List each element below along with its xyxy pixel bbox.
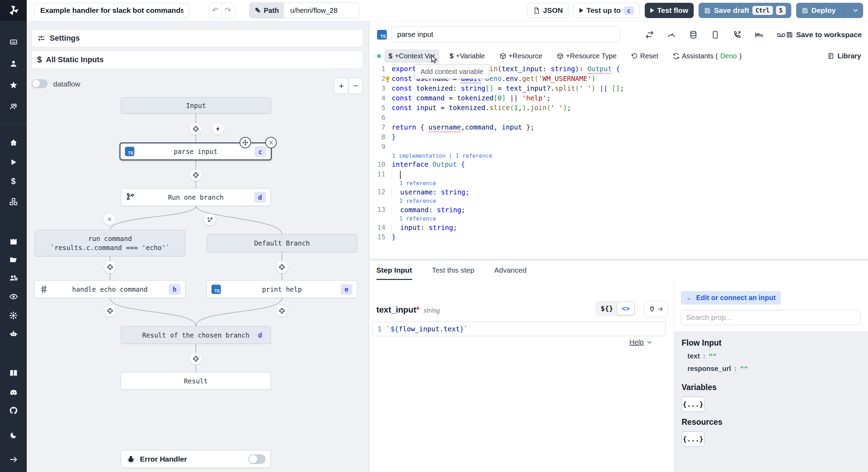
node-input[interactable]: Input — [121, 97, 271, 114]
groups-icon[interactable] — [9, 273, 18, 282]
cache-database-icon[interactable] — [689, 30, 698, 39]
apps-icon[interactable] — [9, 38, 18, 47]
codelens[interactable]: 1 reference — [369, 215, 868, 223]
path-button[interactable]: ✎ Path — [250, 3, 284, 18]
add-variable-button[interactable]: $ +Variable — [445, 49, 489, 63]
add-step-button[interactable] — [104, 261, 116, 273]
workers-icon[interactable] — [9, 329, 18, 338]
flow-title-input[interactable] — [34, 3, 189, 18]
dark-mode-moon-icon[interactable] — [9, 431, 18, 440]
library-button[interactable]: Library — [828, 52, 861, 60]
runs-icon[interactable] — [9, 158, 18, 167]
voicemail-icon[interactable] — [776, 30, 785, 39]
node-print-help[interactable]: TS print help e — [207, 280, 357, 298]
trigger-button[interactable] — [212, 123, 224, 135]
code-mode-button[interactable]: <> — [617, 302, 634, 315]
delete-step-button[interactable] — [265, 137, 277, 148]
code-line[interactable]: 11 — [369, 170, 868, 180]
prop-response-url[interactable]: response_url : "" — [687, 365, 748, 373]
add-step-button[interactable] — [190, 353, 202, 365]
move-step-button[interactable] — [240, 137, 251, 148]
mobile-icon[interactable] — [711, 30, 720, 39]
node-run-command-branch[interactable]: run command `results.c.command === 'echo… — [35, 230, 185, 256]
github-icon[interactable] — [9, 406, 18, 415]
sleep-bed-icon[interactable] — [754, 30, 763, 39]
code-line[interactable]: 12username: string; — [369, 188, 868, 198]
test-up-to-button[interactable]: Test up to c — [574, 3, 640, 18]
lightbulb-icon[interactable] — [385, 76, 391, 84]
node-result[interactable]: Result — [121, 372, 271, 390]
variables-object-button[interactable]: {...} — [682, 397, 704, 412]
codelens[interactable]: 1 implementation | 1 reference — [369, 152, 868, 160]
user-icon[interactable] — [9, 59, 18, 68]
resources-object-button[interactable]: {...} — [682, 431, 704, 447]
add-step-button[interactable] — [190, 123, 202, 135]
multiplayer-icon[interactable] — [9, 102, 18, 111]
template-mode-button[interactable]: ${} — [596, 302, 617, 315]
assistants-button[interactable]: Assistants (Deno) — [669, 49, 746, 63]
add-step-button[interactable] — [276, 261, 288, 273]
code-line[interactable]: 6 — [369, 114, 868, 123]
code-line[interactable]: 8} — [369, 133, 868, 143]
expression-input[interactable]: 1 `${flow_input.text}` — [372, 322, 666, 336]
json-button[interactable]: JSON — [527, 3, 569, 18]
variables-icon[interactable]: $ — [9, 177, 18, 186]
codelens[interactable]: 1 reference — [369, 198, 868, 206]
code-line[interactable]: 15} — [369, 233, 868, 243]
connect-input-button[interactable] — [644, 301, 668, 317]
diff-icon[interactable] — [645, 30, 654, 39]
node-branch-result[interactable]: Result of the chosen branch d — [121, 326, 271, 344]
test-flow-button[interactable]: Test flow — [645, 3, 694, 18]
tab-advanced[interactable]: Advanced — [494, 260, 526, 280]
performance-gauge-icon[interactable] — [667, 30, 676, 39]
error-handler-toggle[interactable] — [248, 454, 266, 464]
star-icon[interactable] — [9, 81, 18, 90]
edit-or-connect-button[interactable]: ← Edit or connect an input — [681, 291, 781, 305]
tab-test-this-step[interactable]: Test this step — [432, 260, 475, 280]
phone-call-icon[interactable] — [733, 30, 742, 39]
deploy-main[interactable]: Deploy — [796, 3, 841, 18]
redo-button[interactable]: ↷ — [222, 3, 234, 18]
code-line[interactable]: 4 const command = tokenized[0] || 'help'… — [369, 94, 868, 104]
add-step-button[interactable] — [104, 305, 116, 317]
code-line[interactable]: 13command: string; — [369, 206, 868, 215]
code-line[interactable]: 10interface Output { — [369, 160, 868, 170]
tab-step-input[interactable]: Step Input — [376, 260, 412, 280]
codelens[interactable]: 1 reference — [369, 180, 868, 188]
save-to-workspace-button[interactable]: Save to workspace — [786, 31, 862, 39]
node-run-one-branch[interactable]: Run one branch d — [121, 188, 271, 206]
expand-sidebar-icon[interactable] — [9, 455, 18, 464]
schedules-icon[interactable] — [9, 237, 18, 246]
prop-text[interactable]: text : "" — [687, 352, 717, 360]
undo-button[interactable]: ↶ — [209, 3, 222, 18]
help-link[interactable]: Help — [629, 338, 652, 346]
code-line[interactable]: 3 const tokenized: string[] = text_input… — [369, 84, 868, 94]
code-line[interactable]: 7 return { username,command, input }; — [369, 123, 868, 133]
discord-icon[interactable] — [9, 388, 18, 397]
folders-icon[interactable] — [9, 255, 18, 264]
audit-logs-icon[interactable] — [9, 292, 18, 301]
add-step-button[interactable] — [276, 305, 288, 317]
node-default-branch[interactable]: Default Branch — [207, 234, 357, 252]
windmill-logo[interactable] — [0, 0, 27, 21]
code-line[interactable]: 14input: string; — [369, 223, 868, 233]
resources-icon[interactable] — [9, 197, 18, 206]
error-handler-node[interactable]: Error Handler — [121, 450, 271, 468]
node-handle-echo-command[interactable]: # handle echo command h — [34, 280, 185, 298]
add-resource-button[interactable]: +Resource — [495, 49, 546, 63]
deploy-button[interactable]: Deploy — [796, 3, 863, 18]
path-value[interactable]: u/henri/flow_28 — [284, 3, 359, 18]
add-resource-type-button[interactable]: +Resource Type — [553, 49, 621, 63]
home-icon[interactable] — [9, 138, 18, 147]
remove-branch-button[interactable] — [103, 213, 115, 225]
add-step-button[interactable] — [190, 169, 202, 181]
reset-button[interactable]: Reset — [627, 49, 662, 63]
step-name-input[interactable] — [391, 26, 620, 42]
docs-icon[interactable] — [9, 369, 18, 378]
deploy-dropdown-button[interactable] — [848, 3, 863, 18]
settings-gear-icon[interactable] — [9, 311, 18, 320]
code-editor[interactable]: 1export async function main(text_input: … — [369, 65, 868, 259]
code-line[interactable]: 5 const input = tokenized.slice(1,).join… — [369, 104, 868, 114]
save-draft-button[interactable]: Save draft Ctrl S — [699, 3, 791, 18]
search-prop-input[interactable] — [681, 310, 861, 325]
